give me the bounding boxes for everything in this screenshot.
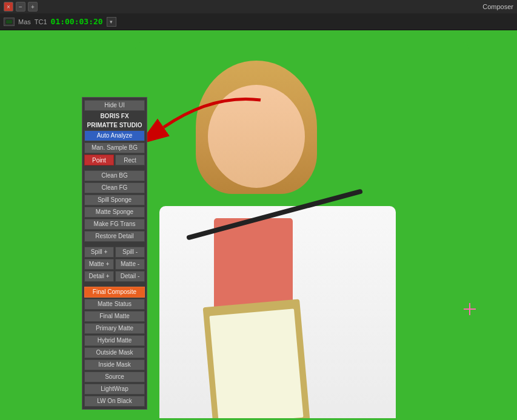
primatte-studio-label: PRIMATTE STUDIO <box>84 121 145 129</box>
lw-on-black-button[interactable]: LW On Black <box>84 396 145 407</box>
lightwrap-button[interactable]: LightWrap <box>84 384 145 395</box>
crosshair-cursor <box>464 303 476 315</box>
svg-rect-1 <box>6 20 12 24</box>
restore-detail-button[interactable]: Restore Detail <box>84 231 145 242</box>
matte-minus-button[interactable]: Matte - <box>115 259 145 270</box>
minimize-button[interactable]: − <box>16 2 25 12</box>
matte-status-button[interactable]: Matte Status <box>84 299 145 310</box>
viewport: Hide UI BORIS FX PRIMATTE STUDIO Auto An… <box>0 30 517 420</box>
control-panel: Hide UI BORIS FX PRIMATTE STUDIO Auto An… <box>82 97 147 410</box>
hide-ui-button[interactable]: Hide UI <box>84 100 145 111</box>
auto-analyze-button[interactable]: Auto Analyze <box>84 130 145 141</box>
timecode-display: 01:00:03:20 <box>51 17 103 26</box>
detail-minus-button[interactable]: Detail - <box>115 271 145 282</box>
monitor-icon <box>4 18 15 26</box>
outside-mask-button[interactable]: Outside Mask <box>84 347 145 358</box>
spill-plus-button[interactable]: Spill + <box>84 247 114 258</box>
matte-row: Matte + Matte - <box>84 259 145 270</box>
video-frame <box>135 42 469 418</box>
clean-fg-button[interactable]: Clean FG <box>84 182 145 193</box>
inside-mask-button[interactable]: Inside Mask <box>84 359 145 370</box>
monitor-label: Mas <box>18 18 31 25</box>
titlebar: × − + Composer <box>0 0 517 13</box>
clean-bg-button[interactable]: Clean BG <box>84 170 145 181</box>
final-composite-button[interactable]: Final Composite <box>84 287 145 298</box>
source-button[interactable]: Source <box>84 372 145 382</box>
spill-sponge-button[interactable]: Spill Sponge <box>84 195 145 205</box>
window-title: Composer <box>482 3 513 10</box>
spill-row: Spill + Spill - <box>84 247 145 258</box>
final-matte-button[interactable]: Final Matte <box>84 311 145 322</box>
primary-matte-button[interactable]: Primary Matte <box>84 323 145 334</box>
detail-row: Detail + Detail - <box>84 271 145 282</box>
point-button[interactable]: Point <box>84 155 114 165</box>
track-label: TC1 <box>35 18 47 25</box>
make-fg-trans-button[interactable]: Make FG Trans <box>84 219 145 230</box>
monitor-bar: Mas TC1 01:00:03:20 ▾ <box>0 13 517 30</box>
window-controls: × − + <box>4 2 38 12</box>
point-rect-row: Point Rect <box>84 155 145 165</box>
boris-fx-label: BORIS FX <box>84 112 145 120</box>
detail-plus-button[interactable]: Detail + <box>84 271 114 282</box>
spill-minus-button[interactable]: Spill - <box>115 247 145 258</box>
matte-sponge-button[interactable]: Matte Sponge <box>84 207 145 218</box>
rect-button[interactable]: Rect <box>115 155 145 165</box>
matte-plus-button[interactable]: Matte + <box>84 259 114 270</box>
close-button[interactable]: × <box>4 2 13 12</box>
monitor-dropdown[interactable]: ▾ <box>107 17 116 27</box>
hybrid-matte-button[interactable]: Hybrid Matte <box>84 335 145 346</box>
man-sample-bg-button[interactable]: Man. Sample BG <box>84 142 145 153</box>
maximize-button[interactable]: + <box>28 2 38 12</box>
